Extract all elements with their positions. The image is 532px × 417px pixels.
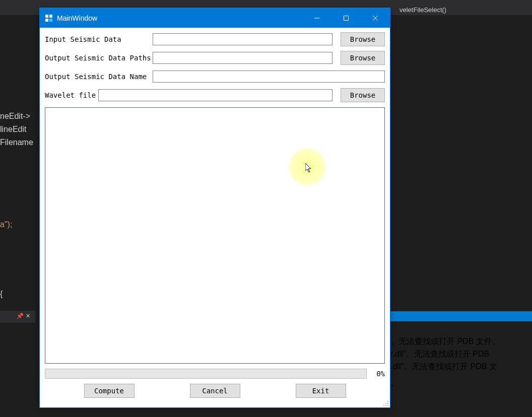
ide-code-fragment: neEdit->	[0, 112, 30, 121]
maximize-button[interactable]	[331, 8, 361, 28]
app-icon	[45, 14, 53, 22]
svg-rect-5	[344, 16, 349, 20]
ide-output-text: r.dll"。无法查找或打开 PDB	[390, 349, 489, 360]
action-buttons-row: Compute Cancel Exit	[45, 384, 385, 398]
output-paths-field[interactable]	[153, 52, 332, 64]
compute-button[interactable]: Compute	[84, 384, 135, 398]
input-seismic-row: Input Seismic Data Browse	[45, 33, 385, 46]
window-title: MainWindow	[57, 14, 302, 22]
output-paths-label: Output Seismic Data Paths	[45, 54, 150, 62]
ide-code-fragment: {	[0, 290, 3, 299]
svg-point-11	[383, 405, 384, 406]
pin-icon[interactable]: 📌	[17, 313, 24, 319]
ide-output-text: "	[390, 384, 393, 393]
ide-topbar-function-text: veletFileSelect()	[400, 6, 446, 14]
ide-code-fragment: lineEdit	[0, 125, 26, 134]
svg-rect-0	[45, 15, 48, 18]
exit-button[interactable]: Exit	[296, 384, 346, 398]
output-name-label: Output Seismic Data Name	[45, 73, 150, 81]
output-paths-row: Output Seismic Data Paths Browse	[45, 51, 385, 64]
browse-input-seismic-button[interactable]: Browse	[341, 32, 385, 46]
output-name-field[interactable]	[153, 71, 385, 83]
close-icon[interactable]: ✕	[26, 313, 30, 319]
wavelet-label: Wavelet file	[45, 91, 95, 99]
window-controls	[302, 8, 390, 28]
wavelet-field[interactable]	[98, 89, 332, 101]
input-seismic-field[interactable]	[153, 33, 332, 45]
resize-grip[interactable]	[381, 398, 389, 406]
svg-rect-1	[49, 15, 52, 18]
ide-output-text: 。无法查找或打开 PDB 文件。	[390, 336, 500, 347]
svg-point-12	[385, 405, 386, 406]
main-dialog-window: MainWindow Input Seismic Data Browse Out…	[39, 8, 390, 408]
svg-rect-2	[45, 19, 48, 22]
input-seismic-label: Input Seismic Data	[45, 35, 150, 43]
svg-point-13	[387, 405, 388, 406]
progress-percent-label: 0%	[372, 370, 385, 378]
window-body: Input Seismic Data Browse Output Seismic…	[40, 28, 390, 407]
minimize-button[interactable]	[302, 8, 331, 28]
title-bar[interactable]: MainWindow	[40, 8, 390, 28]
browse-output-paths-button[interactable]: Browse	[341, 51, 385, 65]
svg-rect-3	[49, 19, 52, 22]
cancel-button[interactable]: Cancel	[190, 384, 240, 398]
ide-panel-icons: 📌 ✕	[17, 313, 30, 319]
cursor-icon	[305, 163, 312, 173]
svg-point-10	[387, 403, 388, 404]
browse-wavelet-button[interactable]: Browse	[341, 88, 385, 102]
canvas-area	[45, 107, 385, 364]
ide-code-fragment: a");	[0, 220, 12, 229]
svg-point-9	[385, 403, 386, 404]
svg-point-8	[387, 401, 388, 402]
progress-bar	[45, 369, 367, 379]
ide-code-fragment: Filename	[0, 138, 33, 147]
ide-panel-divider	[390, 311, 532, 321]
output-name-row: Output Seismic Data Name	[45, 70, 385, 83]
wavelet-row: Wavelet file Browse	[45, 89, 385, 102]
progress-row: 0%	[45, 368, 385, 379]
close-button[interactable]	[361, 8, 390, 28]
ide-output-text: .dll"。无法查找或打开 PDB 文	[390, 362, 497, 372]
